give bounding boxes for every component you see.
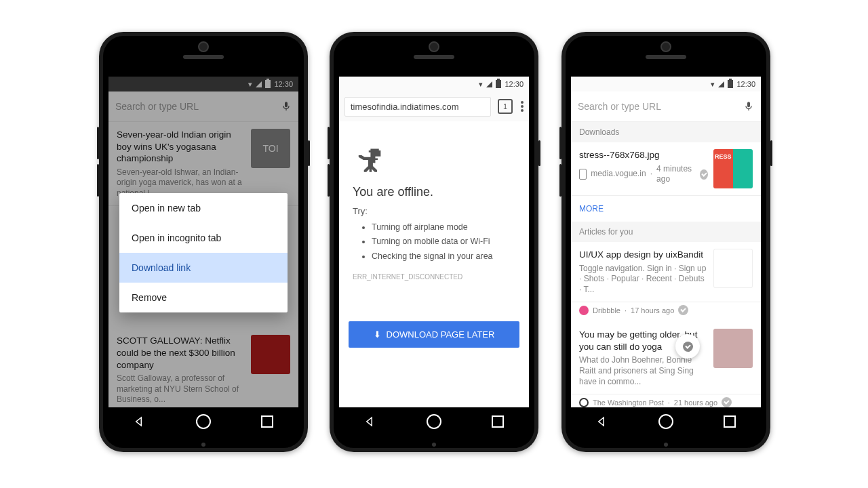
download-icon: ⬇	[374, 329, 381, 340]
source-logo-icon	[579, 398, 589, 407]
battery-icon	[496, 80, 501, 88]
dino-icon	[353, 146, 382, 176]
recents-icon[interactable]	[492, 415, 504, 428]
screen-feed-with-menu: ▾ 12:30 Search or type URL Seven-year-ol…	[108, 77, 298, 407]
offline-heading: You are offline.	[353, 185, 515, 199]
omnibox-placeholder: Search or type URL	[578, 101, 743, 112]
phone-left: ▾ 12:30 Search or type URL Seven-year-ol…	[99, 32, 308, 452]
download-page-later-button[interactable]: ⬇DOWNLOAD PAGE LATER	[349, 321, 519, 348]
more-link[interactable]: MORE	[571, 196, 761, 222]
back-icon[interactable]	[134, 415, 146, 428]
wifi-icon: ▾	[711, 80, 715, 89]
article-meta: The Washington Post · 21 hours ago	[571, 394, 761, 407]
menu-download-link[interactable]: Download link	[119, 253, 288, 283]
back-icon[interactable]	[596, 415, 608, 428]
context-menu: Open in new tab Open in incognito tab Do…	[119, 193, 288, 312]
tip-item: Checking the signal in your area	[372, 249, 515, 264]
try-label: Try:	[353, 206, 515, 216]
download-thumbnail	[713, 149, 753, 188]
file-icon	[579, 169, 587, 180]
tip-item: Turning off airplane mode	[372, 220, 515, 235]
menu-open-incognito[interactable]: Open in incognito tab	[119, 223, 288, 253]
status-bar: ▾ 12:30	[339, 77, 529, 92]
tips-list: Turning off airplane mode Turning on mob…	[353, 220, 515, 264]
downloaded-badge-icon	[678, 305, 688, 315]
menu-remove[interactable]: Remove	[119, 283, 288, 312]
wifi-icon: ▾	[479, 80, 483, 89]
articles-header: Articles for you	[571, 222, 761, 242]
screen-offline: ▾ 12:30 timesofindia.indiatimes.com 1 Yo…	[339, 77, 529, 407]
recents-icon[interactable]	[261, 415, 273, 428]
recents-icon[interactable]	[724, 415, 736, 428]
article-snippet: Toggle navigation. Sign in · Sign up · S…	[579, 264, 708, 296]
downloaded-badge-icon	[700, 169, 708, 180]
download-item[interactable]: stress--768x768.jpg media.vogue.in · 4 m…	[571, 142, 761, 196]
article-snippet: What do John Boehner, Bonnie Raitt and p…	[579, 355, 708, 387]
battery-icon	[728, 80, 733, 88]
browser-toolbar: timesofindia.indiatimes.com 1	[339, 92, 529, 121]
android-nav-bar	[108, 407, 298, 436]
android-nav-bar	[339, 407, 529, 436]
android-nav-bar	[571, 407, 761, 436]
article-thumbnail	[713, 329, 753, 368]
clock-text: 12:30	[505, 80, 524, 88]
overflow-menu-icon[interactable]	[521, 101, 524, 112]
address-bar[interactable]: timesofindia.indiatimes.com	[344, 97, 491, 117]
mic-icon[interactable]	[743, 101, 754, 112]
phone-center: ▾ 12:30 timesofindia.indiatimes.com 1 Yo…	[330, 32, 538, 452]
article-title: UI/UX app design by uixBandit	[579, 249, 708, 261]
downloaded-badge-icon	[722, 397, 732, 407]
check-icon	[683, 342, 693, 352]
article-thumbnail	[713, 249, 753, 288]
article-card[interactable]: UI/UX app design by uixBandit Toggle nav…	[571, 242, 761, 302]
tip-item: Turning on mobile data or Wi-Fi	[372, 235, 515, 249]
signal-icon	[718, 81, 724, 87]
back-icon[interactable]	[364, 415, 376, 428]
download-filename: stress--768x768.jpg	[579, 149, 708, 161]
article-card[interactable]: You may be getting older, but you can st…	[571, 322, 761, 394]
downloads-header: Downloads	[571, 122, 761, 142]
home-icon[interactable]	[196, 414, 211, 429]
signal-icon	[486, 81, 492, 87]
menu-open-new-tab[interactable]: Open in new tab	[119, 193, 288, 223]
tab-switcher[interactable]: 1	[498, 99, 513, 114]
download-fab[interactable]	[675, 334, 700, 359]
clock-text: 12:30	[736, 80, 755, 88]
status-bar: ▾ 12:30	[571, 77, 761, 92]
phone-right: ▾ 12:30 Search or type URL Downloads str…	[561, 32, 770, 452]
article-meta: Dribbble · 17 hours ago	[571, 302, 761, 322]
error-code: ERR_INTERNET_DISCONNECTED	[339, 264, 529, 290]
omnibox[interactable]: Search or type URL	[571, 92, 761, 122]
screen-downloads-feed: ▾ 12:30 Search or type URL Downloads str…	[571, 77, 761, 407]
home-icon[interactable]	[427, 414, 441, 429]
home-icon[interactable]	[658, 414, 673, 429]
source-logo-icon	[579, 306, 589, 315]
